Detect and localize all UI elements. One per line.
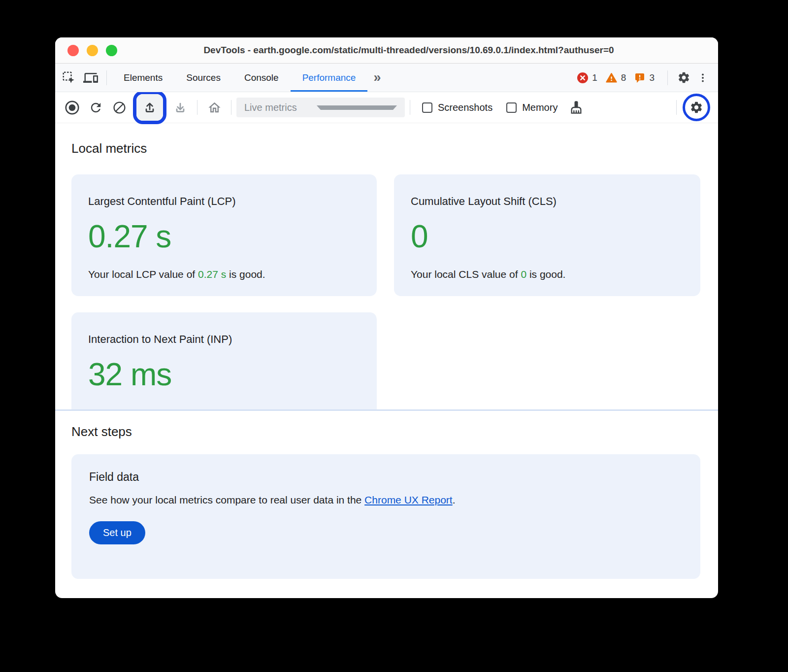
toolbar-divider: [231, 100, 231, 115]
inp-card-title: Interaction to Next Paint (INP): [88, 333, 360, 346]
metric-cards-grid: Largest Contentful Paint (LCP) 0.27 s Yo…: [71, 174, 700, 409]
capture-settings-button[interactable]: [687, 98, 706, 117]
lcp-desc-suffix: is good.: [226, 269, 265, 280]
field-data-description: See how your local metrics compare to re…: [89, 494, 683, 506]
settings-annotation-highlight: [683, 94, 710, 121]
screenshots-label: Screenshots: [438, 102, 492, 113]
kebab-menu-icon: [697, 72, 709, 84]
lcp-metric-card: Largest Contentful Paint (LCP) 0.27 s Yo…: [71, 174, 377, 296]
lcp-value: 0.27 s: [88, 221, 360, 252]
inp-metric-card: Interaction to Next Paint (INP) 32 ms: [71, 312, 377, 409]
home-button[interactable]: [202, 96, 226, 119]
cls-desc-prefix: Your local CLS value of: [411, 269, 521, 280]
inspect-cursor-icon: [62, 70, 76, 85]
devtools-menu-button[interactable]: [694, 67, 711, 89]
gear-icon: [690, 101, 703, 114]
devtools-tab-bar: Elements Sources Console Performance » 1…: [55, 64, 718, 92]
toolbar-divider: [410, 100, 410, 115]
toggle-device-toolbar-button[interactable]: [80, 67, 101, 89]
issues-badge[interactable]: 3: [634, 72, 655, 84]
upload-annotation-highlight: [133, 91, 166, 124]
history-dropdown[interactable]: Live metrics: [236, 98, 405, 117]
upload-icon: [142, 100, 157, 115]
more-tabs-button[interactable]: »: [367, 70, 386, 85]
issues-icon: [634, 72, 646, 84]
lcp-desc-prefix: Your local LCP value of: [88, 269, 198, 280]
tabbar-divider: [667, 70, 668, 85]
issue-count: 3: [649, 72, 655, 83]
cls-metric-card: Cumulative Layout Shift (CLS) 0 Your loc…: [394, 174, 700, 296]
block-icon: [112, 101, 127, 115]
error-icon: [577, 72, 589, 84]
gear-icon: [677, 71, 690, 84]
performance-toolbar: Live metrics Screenshots Memory: [55, 92, 718, 123]
devtools-settings-button[interactable]: [673, 67, 694, 89]
tab-elements[interactable]: Elements: [112, 64, 174, 92]
load-profile-button[interactable]: [136, 94, 163, 121]
local-metrics-heading: Local metrics: [71, 123, 700, 174]
warning-icon: [605, 72, 618, 84]
inp-value: 32 ms: [88, 359, 360, 390]
memory-toggle[interactable]: Memory: [506, 102, 558, 113]
live-metrics-view: Local metrics Largest Contentful Paint (…: [55, 123, 718, 579]
reload-icon: [89, 101, 103, 115]
memory-checkbox[interactable]: [506, 102, 517, 113]
minimize-window-button[interactable]: [87, 45, 98, 56]
field-data-text-prefix: See how your local metrics compare to re…: [89, 494, 364, 505]
field-data-card: Field data See how your local metrics co…: [71, 454, 700, 579]
toolbar-divider: [676, 100, 677, 115]
next-steps-heading: Next steps: [71, 411, 700, 454]
console-errors-badge[interactable]: 1: [577, 72, 597, 84]
tab-console[interactable]: Console: [232, 64, 291, 92]
home-icon: [207, 101, 222, 115]
download-icon: [173, 100, 188, 115]
field-data-title: Field data: [89, 470, 683, 484]
cls-value: 0: [411, 221, 684, 252]
cls-card-title: Cumulative Layout Shift (CLS): [411, 195, 684, 208]
warning-count: 8: [621, 72, 626, 83]
history-dropdown-value: Live metrics: [244, 102, 317, 113]
memory-label: Memory: [522, 102, 558, 113]
save-profile-button[interactable]: [168, 96, 192, 119]
tabbar-divider: [106, 70, 107, 85]
screenshots-checkbox[interactable]: [422, 102, 432, 113]
toolbar-divider: [197, 100, 197, 115]
screenshots-toggle[interactable]: Screenshots: [422, 102, 492, 113]
device-toolbar-icon: [83, 70, 98, 85]
lcp-description: Your local LCP value of 0.27 s is good.: [88, 269, 360, 280]
close-window-button[interactable]: [67, 45, 79, 56]
chevron-down-icon: [317, 105, 397, 110]
window-title: DevTools - earth.google.com/static/multi…: [55, 45, 718, 56]
collect-garbage-button[interactable]: [564, 96, 588, 119]
window-controls: [67, 37, 117, 63]
record-and-reload-button[interactable]: [84, 96, 107, 119]
zoom-window-button[interactable]: [106, 45, 117, 56]
set-up-button[interactable]: Set up: [89, 521, 145, 544]
record-icon: [65, 100, 80, 115]
cls-desc-value: 0: [521, 269, 526, 280]
record-button[interactable]: [60, 96, 84, 119]
chrome-ux-report-link[interactable]: Chrome UX Report: [364, 494, 453, 505]
cleaning-brush-icon: [569, 101, 583, 114]
inspect-element-button[interactable]: [58, 67, 80, 89]
error-count: 1: [592, 72, 597, 83]
clear-button[interactable]: [107, 96, 131, 119]
lcp-desc-value: 0.27 s: [198, 269, 226, 280]
cls-desc-suffix: is good.: [526, 269, 565, 280]
console-warnings-badge[interactable]: 8: [605, 72, 626, 84]
window-titlebar: DevTools - earth.google.com/static/multi…: [55, 37, 718, 64]
cls-description: Your local CLS value of 0 is good.: [411, 269, 684, 280]
field-data-text-suffix: .: [453, 494, 456, 505]
tab-performance[interactable]: Performance: [291, 64, 368, 92]
tab-sources[interactable]: Sources: [174, 64, 232, 92]
lcp-card-title: Largest Contentful Paint (LCP): [88, 195, 360, 208]
devtools-window: DevTools - earth.google.com/static/multi…: [55, 37, 718, 598]
